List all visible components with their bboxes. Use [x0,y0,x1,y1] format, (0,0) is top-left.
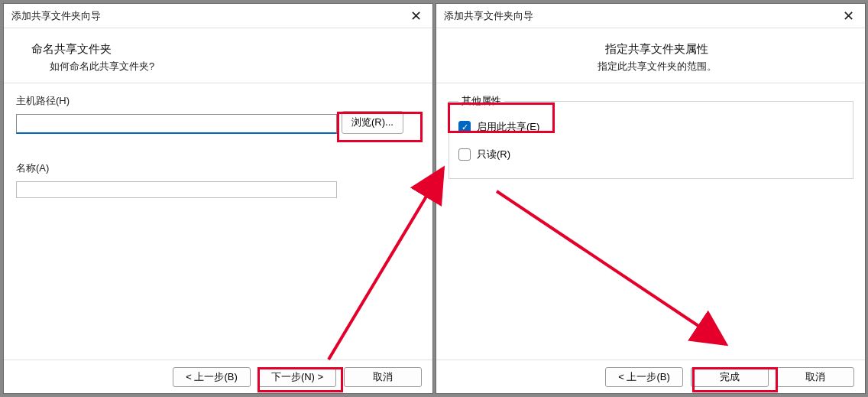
enable-share-label: 启用此共享(E) [477,120,539,134]
wizard-content: 主机路径(H) 浏览(R)... 名称(A) [4,83,432,360]
browse-button[interactable]: 浏览(R)... [342,111,403,134]
cancel-button[interactable]: 取消 [776,367,854,387]
titlebar: 添加共享文件夹向导 ✕ [436,4,865,28]
wizard-subheading: 如何命名此共享文件夹? [31,60,417,73]
name-label: 名称(A) [16,161,420,175]
next-button[interactable]: 下一步(N) > [258,367,336,387]
back-button[interactable]: < 上一步(B) [173,367,251,387]
readonly-label: 只读(R) [477,148,510,161]
wizard-dialog-naming: 添加共享文件夹向导 ✕ 命名共享文件夹 如何命名此共享文件夹? 主机路径(H) … [3,3,433,394]
close-icon[interactable]: ✕ [399,4,432,28]
enable-share-row[interactable]: 启用此共享(E) [458,117,844,137]
titlebar-text: 添加共享文件夹向导 [444,9,533,23]
host-path-label: 主机路径(H) [16,94,420,108]
close-icon[interactable]: ✕ [831,4,865,28]
wizard-header: 命名共享文件夹 如何命名此共享文件夹? [4,28,432,83]
wizard-footer: < 上一步(B) 完成 取消 [436,360,865,393]
checkbox-checked-icon[interactable] [458,121,471,133]
wizard-content: 其他属性 启用此共享(E) 只读(R) [436,83,865,360]
wizard-heading: 命名共享文件夹 [31,42,417,57]
readonly-row[interactable]: 只读(R) [458,145,844,164]
titlebar-text: 添加共享文件夹向导 [11,9,101,23]
checkbox-unchecked-icon[interactable] [458,148,471,161]
back-button[interactable]: < 上一步(B) [605,367,683,387]
other-properties-fieldset: 其他属性 启用此共享(E) 只读(R) [449,94,853,179]
titlebar: 添加共享文件夹向导 ✕ [4,4,432,28]
wizard-footer: < 上一步(B) 下一步(N) > 取消 [4,360,432,393]
wizard-heading: 指定共享文件夹属性 [464,42,850,57]
name-input[interactable] [16,181,337,198]
wizard-subheading: 指定此共享文件夹的范围。 [464,60,850,73]
cancel-button[interactable]: 取消 [344,367,422,387]
wizard-header: 指定共享文件夹属性 指定此共享文件夹的范围。 [436,28,865,83]
wizard-dialog-properties: 添加共享文件夹向导 ✕ 指定共享文件夹属性 指定此共享文件夹的范围。 其他属性 … [436,3,866,394]
host-path-input[interactable] [16,114,337,134]
finish-button[interactable]: 完成 [691,367,769,387]
fieldset-legend: 其他属性 [458,94,504,108]
